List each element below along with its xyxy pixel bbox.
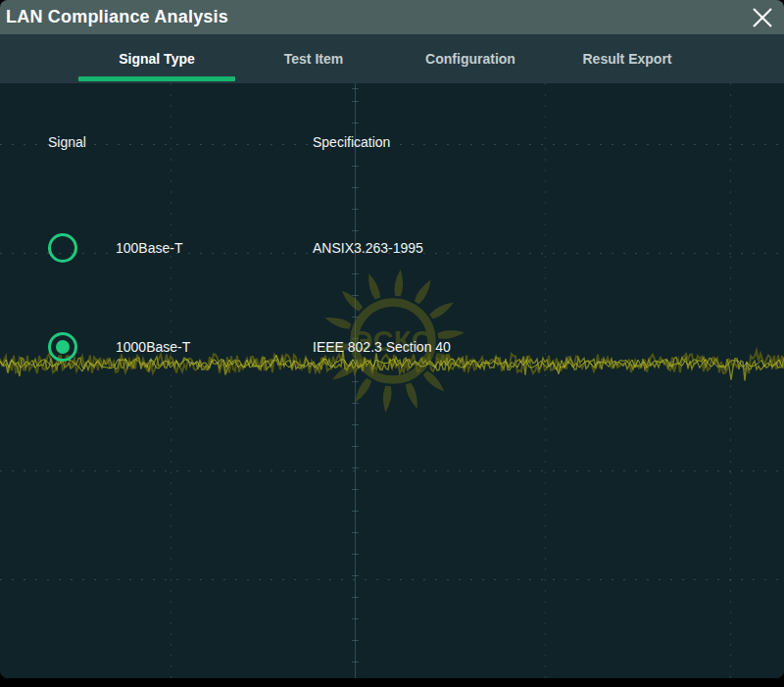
- tab-label: Configuration: [425, 51, 515, 67]
- column-header-signal: Signal: [48, 134, 86, 150]
- tab-label: Test Item: [284, 51, 343, 67]
- oscilloscope-screen: LAN Compliance Analysis Signal Type Test…: [0, 0, 784, 687]
- radio-dot: [56, 340, 70, 354]
- graticule-hline: [0, 144, 784, 145]
- lan-compliance-dialog: LAN Compliance Analysis Signal Type Test…: [0, 0, 784, 678]
- dialog-titlebar: LAN Compliance Analysis: [0, 0, 784, 34]
- close-button[interactable]: [745, 1, 780, 33]
- tab-result-export[interactable]: Result Export: [549, 34, 706, 83]
- tab-signal-type[interactable]: Signal Type: [78, 34, 235, 83]
- dialog-title: LAN Compliance Analysis: [0, 7, 228, 27]
- signal-type-panel: ЭСКО Signal Specification 100Base-T ANSI…: [0, 83, 784, 678]
- tab-label: Result Export: [582, 51, 671, 67]
- specification-label: ANSIX3.263-1995: [313, 240, 423, 256]
- column-header-specification: Specification: [313, 134, 390, 150]
- radio-1000base-t[interactable]: [48, 332, 77, 362]
- tab-configuration[interactable]: Configuration: [392, 34, 549, 83]
- tab-bar: Signal Type Test Item Configuration Resu…: [0, 34, 784, 83]
- signal-label[interactable]: 1000Base-T: [116, 339, 190, 355]
- close-icon: [750, 5, 775, 30]
- graticule-hline: [0, 470, 784, 471]
- tab-label: Signal Type: [119, 51, 195, 67]
- graticule-hline: [0, 579, 784, 580]
- signal-label[interactable]: 100Base-T: [116, 240, 182, 256]
- radio-100base-t[interactable]: [48, 233, 77, 263]
- tab-test-item[interactable]: Test Item: [235, 34, 392, 83]
- specification-label: IEEE 802.3 Section 40: [313, 339, 451, 355]
